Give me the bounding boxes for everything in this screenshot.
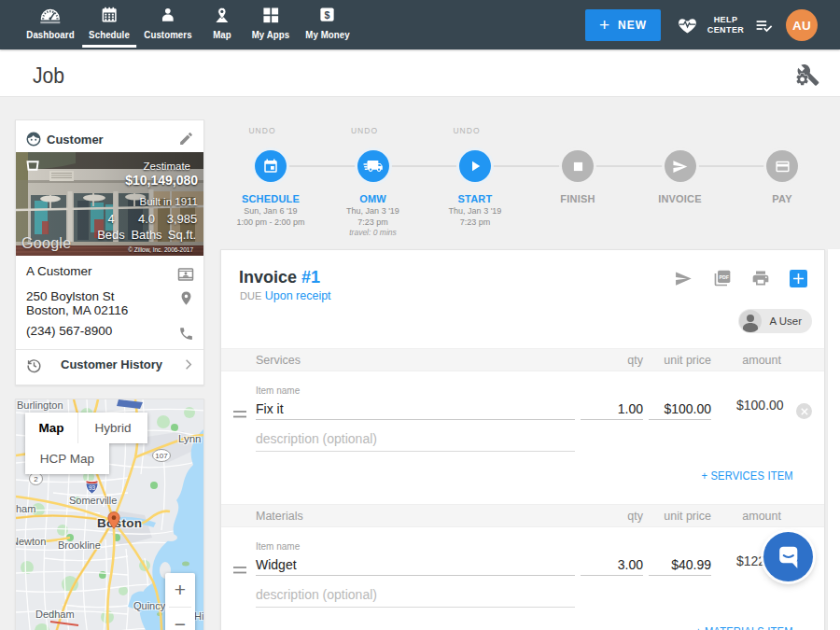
streetview-toggle-icon[interactable] bbox=[25, 161, 40, 171]
pdf-icon[interactable]: PDF bbox=[713, 269, 732, 287]
step-dates: Thu, Jan 3 '197:23 pmtravel: 0 mins bbox=[322, 206, 425, 239]
send-icon[interactable] bbox=[665, 150, 696, 182]
google-logo: Google bbox=[21, 235, 71, 252]
service-item-price-input[interactable]: $100.00 bbox=[649, 401, 711, 420]
send-invoice-icon[interactable] bbox=[673, 270, 693, 287]
playlist-check-icon[interactable] bbox=[753, 16, 775, 35]
add-services-item-link[interactable]: + SERVICES ITEM bbox=[702, 469, 793, 483]
material-item-qty-input[interactable]: 3.00 bbox=[581, 557, 643, 576]
step-date-line1: Thu, Jan 3 '19 bbox=[449, 206, 502, 216]
nav-item-my-apps[interactable]: My Apps bbox=[249, 0, 292, 49]
job-header-bar: Job bbox=[0, 49, 840, 97]
play-icon[interactable] bbox=[459, 150, 491, 182]
property-photo[interactable]: Zestimate $10,149,080 Built in 1911 4Bed… bbox=[16, 152, 203, 256]
invoice-actions: PDF bbox=[673, 269, 807, 287]
service-item-name-input[interactable]: Fix it bbox=[256, 401, 575, 420]
map-type-hybrid-button[interactable]: Hybrid bbox=[78, 413, 147, 443]
customer-phone: (234) 567-8900 bbox=[26, 324, 112, 338]
credit-card-icon[interactable] bbox=[766, 150, 798, 182]
remove-item-icon[interactable] bbox=[796, 403, 812, 419]
add-invoice-icon[interactable] bbox=[790, 270, 807, 287]
drag-handle-icon[interactable] bbox=[233, 562, 246, 579]
customers-person-icon bbox=[159, 6, 177, 23]
drag-handle-icon[interactable] bbox=[233, 406, 246, 423]
dollar-symbol: $ bbox=[325, 9, 330, 21]
service-item-description-input[interactable]: description (optional) bbox=[256, 431, 575, 452]
calendar-event-icon[interactable] bbox=[255, 150, 287, 182]
timeline-connector bbox=[270, 165, 782, 167]
nav-item-dashboard[interactable]: Dashboard bbox=[23, 0, 77, 49]
nav-item-customers[interactable]: Customers bbox=[141, 0, 195, 49]
user-avatar[interactable]: AU bbox=[786, 9, 818, 41]
fact-label: Sq.ft. bbox=[168, 228, 196, 242]
customer-address: 250 Boylston St Boston, MA 02116 bbox=[26, 289, 128, 317]
zestimate-label: Zestimate bbox=[144, 161, 191, 172]
map-zoom-control: + − bbox=[165, 573, 195, 630]
step-dates: Thu, Jan 3 '197:23 pm bbox=[424, 206, 526, 228]
map-label-somerville: Somerville bbox=[69, 495, 117, 506]
invoice-number: #1 bbox=[301, 268, 320, 287]
customer-history-row[interactable]: Customer History bbox=[16, 349, 203, 385]
chat-bubble-icon bbox=[774, 542, 803, 571]
location-pin-icon bbox=[178, 290, 194, 310]
dashboard-gauge-icon bbox=[39, 6, 62, 23]
services-section-header: Services qty unit price amount bbox=[221, 348, 824, 371]
step-date-line2: 7:23 pm bbox=[460, 217, 491, 227]
zillow-copyright: © Zillow, Inc. 2006-2017 bbox=[128, 246, 193, 253]
zoom-out-button[interactable]: − bbox=[165, 608, 195, 630]
nav-item-schedule[interactable]: Schedule bbox=[86, 0, 133, 49]
help-center-link[interactable]: HELP CENTER bbox=[705, 15, 747, 35]
nav-label: My Money bbox=[305, 29, 350, 40]
map-type-map-button[interactable]: Map bbox=[25, 413, 78, 443]
nav-label: Map bbox=[213, 29, 231, 40]
material-item-name-input[interactable]: Widget bbox=[256, 557, 575, 576]
side-panel-cut bbox=[828, 249, 840, 630]
nav-item-map[interactable]: Map bbox=[212, 0, 232, 49]
undo-link[interactable]: UNDO bbox=[415, 126, 518, 135]
address-line-1: 250 Boylston St bbox=[26, 289, 115, 303]
chat-button[interactable] bbox=[763, 532, 813, 581]
service-item-amount: $100.00 bbox=[736, 398, 784, 413]
item-name-label: Item name bbox=[256, 541, 300, 552]
fact-value: 4.0 bbox=[138, 212, 155, 226]
assignee-chip[interactable]: A User bbox=[738, 309, 812, 333]
health-heart-icon[interactable] bbox=[677, 16, 698, 35]
step-date-line1: Sun, Jan 6 '19 bbox=[244, 206, 297, 216]
assignee-avatar-icon bbox=[739, 310, 762, 332]
top-navbar: Dashboard Schedule Customers Map My Apps bbox=[0, 0, 840, 49]
zoom-in-button[interactable]: + bbox=[165, 573, 195, 607]
i93-shield: 93 bbox=[84, 479, 100, 496]
customer-card: Customer bbox=[15, 119, 204, 385]
stop-icon[interactable] bbox=[562, 150, 594, 182]
customer-history-label: Customer History bbox=[61, 357, 162, 371]
truck-icon[interactable] bbox=[357, 150, 389, 182]
my-apps-grid-icon bbox=[261, 6, 280, 23]
edit-pencil-icon[interactable] bbox=[178, 131, 194, 150]
fact-value: 3,985 bbox=[167, 212, 198, 226]
material-item-description-input[interactable]: description (optional) bbox=[256, 587, 575, 608]
map-label-brookline: Brookline bbox=[58, 539, 101, 551]
step-date-line1: Thu, Jan 3 '19 bbox=[346, 206, 399, 216]
job-timeline: UNDO SCHEDULE Sun, Jan 6 '191:00 pm - 2:… bbox=[220, 97, 825, 249]
due-label: DUE bbox=[240, 290, 261, 301]
map-label-waltham: ham bbox=[16, 503, 35, 514]
invoice-due-value[interactable]: Upon receipt bbox=[265, 289, 331, 302]
nav-label: Schedule bbox=[89, 29, 130, 40]
print-icon[interactable] bbox=[751, 269, 770, 287]
nav-item-my-money[interactable]: $ My Money bbox=[302, 0, 353, 49]
material-item-price-input[interactable]: $40.99 bbox=[649, 557, 711, 576]
invoice-title: Invoice #1 bbox=[239, 268, 320, 287]
map-type-hcp-button[interactable]: HCP Map bbox=[25, 443, 109, 474]
zestimate-built: Built in 1911 bbox=[140, 196, 198, 207]
map-widget[interactable]: Burlington Lynn Somerville Boston ham Ne… bbox=[15, 399, 204, 630]
new-button[interactable]: + NEW bbox=[585, 9, 661, 41]
add-materials-item-link[interactable]: + MATERIALS ITEM bbox=[695, 625, 793, 630]
undo-link[interactable]: UNDO bbox=[314, 126, 416, 135]
service-item-qty-input[interactable]: 1.00 bbox=[581, 401, 643, 420]
address-line-2: Boston, MA 02116 bbox=[26, 303, 128, 317]
undo-link[interactable]: UNDO bbox=[211, 126, 314, 135]
nav-label: Customers bbox=[144, 29, 191, 40]
nav-label: My Apps bbox=[252, 29, 290, 40]
customer-face-icon bbox=[25, 131, 42, 151]
job-tools-icon[interactable] bbox=[796, 63, 820, 91]
